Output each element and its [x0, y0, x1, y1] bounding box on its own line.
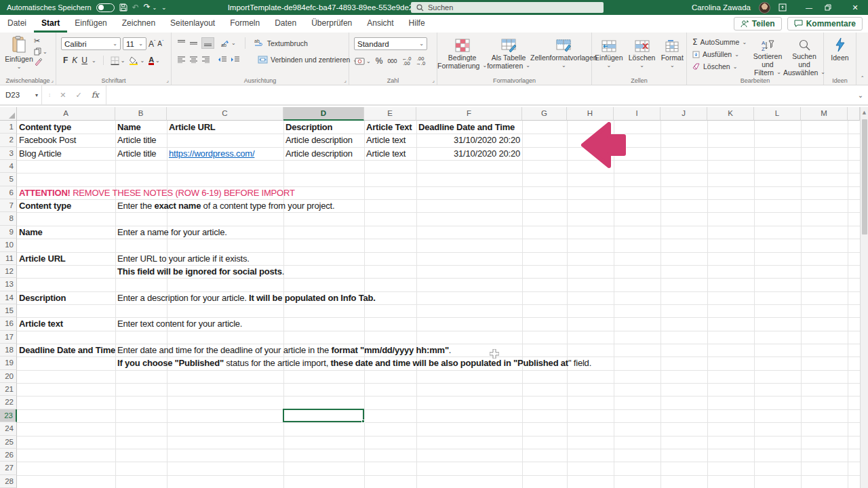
decrease-decimal-icon[interactable]: .00→.0 [416, 56, 425, 66]
fill-button[interactable]: Ausfüllen⌄ [692, 48, 750, 60]
cell-B14[interactable]: Enter a description for your article. It… [115, 291, 378, 304]
ribbon-display-options-icon[interactable] [778, 3, 793, 12]
tab-zeichnen[interactable]: Zeichnen [115, 15, 163, 33]
cell-A7[interactable]: Content type [17, 199, 115, 212]
cell-B9[interactable]: Enter a name for your article. [115, 226, 229, 239]
tab-einfuegen[interactable]: Einfügen [67, 15, 114, 33]
orientation-icon[interactable]: ab⌄ [220, 39, 236, 47]
minimize-button[interactable]: — [802, 3, 816, 12]
row-header-3[interactable]: 3 [0, 147, 17, 160]
row-header-12[interactable]: 12 [0, 265, 17, 278]
row-header-23[interactable]: 23 [0, 409, 17, 422]
wrap-text-button[interactable]: ab Textumbruch [254, 39, 308, 47]
insert-function-icon[interactable]: fx [92, 90, 99, 100]
row-header-2[interactable]: 2 [0, 134, 17, 146]
underline-button[interactable]: U [81, 56, 87, 65]
increase-indent-icon[interactable] [231, 56, 240, 63]
number-format-combo[interactable]: Standard⌄ [354, 37, 427, 50]
cell-A18[interactable]: Deadline Date and Time [17, 344, 115, 357]
cell-B7[interactable]: Enter the exact name of a content type f… [115, 199, 336, 212]
cancel-icon[interactable]: ✕ [60, 91, 66, 100]
row-header-26[interactable]: 26 [0, 449, 17, 462]
row-header-18[interactable]: 18 [0, 344, 17, 357]
cell-A1[interactable]: Content type [17, 121, 115, 134]
avatar[interactable] [759, 2, 770, 14]
cut-icon[interactable]: ✂ [34, 37, 47, 45]
row-header-21[interactable]: 21 [0, 383, 17, 396]
column-header-D[interactable]: D [283, 107, 364, 121]
cell-B2[interactable]: Article title [115, 134, 167, 146]
font-name-combo[interactable]: Calibri⌄ [61, 37, 121, 50]
row-header-8[interactable]: 8 [0, 212, 17, 225]
undo-icon[interactable]: ↶ [132, 3, 139, 12]
row-header-19[interactable]: 19 [0, 357, 17, 369]
cell-B18[interactable]: Enter date and time for the deadline of … [115, 344, 453, 357]
search-box[interactable]: Suchen [411, 2, 604, 13]
tab-seitenlayout[interactable]: Seitenlayout [163, 15, 222, 33]
row-header-11[interactable]: 11 [0, 252, 17, 265]
comments-button[interactable]: Kommentare [787, 17, 863, 30]
cell-F1[interactable]: Deadline Date and Time [416, 121, 517, 134]
italic-button[interactable]: K [72, 56, 77, 65]
enter-icon[interactable]: ✓ [75, 91, 81, 100]
scroll-up-icon[interactable]: ▲ [861, 107, 868, 115]
row-header-4[interactable]: 4 [0, 160, 17, 173]
align-left-icon[interactable] [177, 56, 186, 63]
tab-ueberpruefen[interactable]: Überprüfen [304, 15, 359, 33]
row-header-7[interactable]: 7 [0, 199, 17, 212]
row-header-5[interactable]: 5 [0, 173, 17, 186]
cell-D2[interactable]: Article description [283, 134, 364, 146]
scrollbar-thumb[interactable] [862, 119, 867, 235]
fill-handle[interactable] [361, 420, 365, 423]
cell-B19[interactable]: If you choose "Published" status for the… [115, 357, 593, 369]
name-box-dropdown-icon[interactable]: ▾ [35, 92, 38, 98]
row-header-24[interactable]: 24 [0, 422, 17, 435]
autosum-button[interactable]: ΣAutoSumme⌄ [692, 36, 750, 48]
redo-icon[interactable]: ↷ ⌄ [144, 3, 157, 12]
cell-styles-button[interactable]: Zellenformatvorlagen ⌄ [530, 35, 597, 70]
cell-F3[interactable]: 31/10/2020 20:20 [416, 147, 522, 160]
cell-F2[interactable]: 31/10/2020 20:20 [416, 134, 522, 146]
decrease-font-icon[interactable]: Aˇ [157, 39, 163, 47]
column-header-B[interactable]: B [115, 107, 167, 121]
cell-B16[interactable]: Enter text content for your article. [115, 317, 244, 330]
cell-D1[interactable]: Description [283, 121, 364, 134]
decrease-indent-icon[interactable] [218, 56, 227, 63]
row-header-17[interactable]: 17 [0, 331, 17, 344]
share-button[interactable]: Teilen [734, 17, 782, 30]
cell-A16[interactable]: Article text [17, 317, 115, 330]
expand-formula-bar-icon[interactable]: ⌄ [853, 85, 868, 104]
cell-B3[interactable]: Article title [115, 147, 167, 160]
tab-start[interactable]: Start [34, 15, 67, 33]
select-all-corner[interactable] [0, 107, 17, 121]
column-header-A[interactable]: A [17, 107, 115, 121]
row-header-28[interactable]: 28 [0, 475, 17, 488]
ideas-button[interactable]: Ideen [824, 33, 856, 62]
bold-button[interactable]: F [63, 56, 68, 65]
comma-style-icon[interactable]: 000 [387, 58, 397, 64]
underline-menu-icon[interactable]: ⌄ [92, 58, 96, 64]
tab-ansicht[interactable]: Ansicht [359, 15, 401, 33]
row-header-15[interactable]: 15 [0, 304, 17, 317]
restore-button[interactable] [825, 4, 840, 11]
cell-A9[interactable]: Name [17, 226, 115, 239]
tab-formeln[interactable]: Formeln [222, 15, 267, 33]
percent-style-icon[interactable]: % [376, 56, 383, 66]
column-header-L[interactable]: L [754, 107, 801, 121]
format-cells-button[interactable]: Format ⌄ [661, 37, 684, 70]
column-header-G[interactable]: G [522, 107, 567, 121]
cell-E1[interactable]: Article Text [364, 121, 416, 134]
row-header-27[interactable]: 27 [0, 462, 17, 474]
row-header-1[interactable]: 1 [0, 121, 17, 134]
conditional-formatting-button[interactable]: Bedingte Formatierung⌄ [437, 35, 487, 70]
borders-icon[interactable]: ⌄ [111, 56, 125, 65]
column-header-I[interactable]: I [614, 107, 660, 121]
clear-button[interactable]: Löschen⌄ [692, 60, 750, 73]
quick-access-toolbar-menu-icon[interactable]: ⌄ [161, 3, 167, 12]
increase-font-icon[interactable]: Aˆ [149, 39, 155, 49]
find-select-button[interactable]: Suchen und Auswählen⌄ [785, 36, 823, 77]
column-header-E[interactable]: E [364, 107, 416, 121]
cell-A2[interactable]: Facebook Post [17, 134, 115, 146]
cell-A14[interactable]: Description [17, 291, 115, 304]
hyperlink[interactable]: https://wordpress.com/ [169, 148, 254, 159]
